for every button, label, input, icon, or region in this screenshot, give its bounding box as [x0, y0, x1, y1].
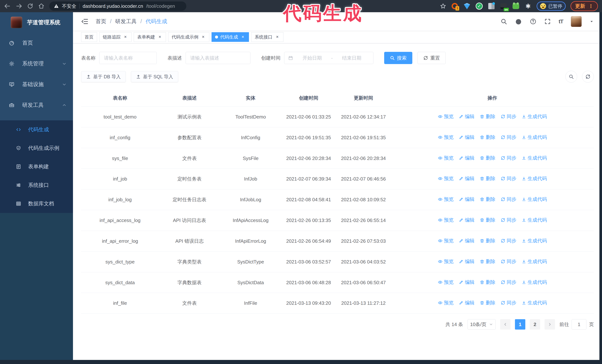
extension-frog-icon[interactable] — [512, 2, 520, 10]
edit-action[interactable]: 编辑 — [459, 154, 474, 162]
generate-code-action[interactable]: 生成代码 — [522, 113, 547, 121]
address-bar[interactable]: 不安全 dashboard.yudao.iocoder.cn/tool/code… — [49, 1, 186, 11]
preview-action[interactable]: 预览 — [438, 154, 454, 162]
close-icon[interactable]: × — [157, 34, 162, 40]
kebab-menu-icon[interactable]: ⋮ — [589, 4, 593, 9]
delete-action[interactable]: 删除 — [480, 216, 495, 224]
close-icon[interactable]: × — [201, 34, 206, 40]
edit-action[interactable]: 编辑 — [459, 258, 474, 266]
delete-action[interactable]: 删除 — [480, 299, 495, 307]
preview-action[interactable]: 预览 — [438, 216, 454, 224]
caret-down-icon[interactable] — [589, 19, 594, 24]
sync-action[interactable]: 同步 — [501, 133, 516, 141]
delete-action[interactable]: 删除 — [480, 195, 495, 203]
forward-icon[interactable] — [16, 3, 22, 10]
toggle-search-button[interactable] — [565, 71, 577, 83]
sync-action[interactable]: 同步 — [501, 195, 516, 203]
page-button-1[interactable]: 1 — [515, 319, 525, 330]
extension-gem-icon[interactable] — [463, 2, 471, 10]
preview-action[interactable]: 预览 — [438, 258, 454, 266]
breadcrumb-item[interactable]: 首页 — [96, 18, 106, 25]
import-sql-button[interactable]: 基于 SQL 导入 — [131, 71, 178, 82]
import-db-button[interactable]: 基于 DB 导入 — [81, 71, 126, 82]
page-size-select[interactable]: 10条/页 — [468, 319, 496, 330]
fullscreen-icon[interactable] — [544, 18, 551, 25]
refresh-table-button[interactable] — [582, 71, 594, 83]
generate-code-action[interactable]: 生成代码 — [522, 175, 547, 183]
generate-code-action[interactable]: 生成代码 — [522, 237, 547, 245]
edit-action[interactable]: 编辑 — [459, 237, 474, 245]
delete-action[interactable]: 删除 — [480, 175, 495, 183]
sidebar-subitem-数据库文档[interactable]: 数据库文档 — [0, 194, 73, 213]
sync-action[interactable]: 同步 — [501, 175, 516, 183]
extension-grid-icon[interactable] — [488, 2, 495, 10]
generate-code-action[interactable]: 生成代码 — [522, 154, 547, 162]
delete-action[interactable]: 删除 — [480, 278, 495, 286]
sync-action[interactable]: 同步 — [501, 299, 516, 307]
generate-code-action[interactable]: 生成代码 — [522, 258, 547, 266]
extensions-puzzle-icon[interactable]: ✱ — [524, 2, 532, 10]
user-avatar[interactable] — [571, 16, 582, 27]
bookmark-star-icon[interactable] — [440, 3, 446, 9]
help-icon[interactable] — [530, 18, 537, 25]
table-name-input[interactable] — [99, 52, 157, 64]
preview-action[interactable]: 预览 — [438, 278, 454, 286]
extension-green-check-icon[interactable]: ✓ — [475, 2, 483, 10]
preview-action[interactable]: 预览 — [438, 299, 454, 307]
sync-action[interactable]: 同步 — [501, 154, 516, 162]
edit-action[interactable]: 编辑 — [459, 175, 474, 183]
generate-code-action[interactable]: 生成代码 — [522, 278, 547, 286]
delete-action[interactable]: 删除 — [480, 113, 495, 121]
preview-action[interactable]: 预览 — [438, 113, 454, 121]
edit-action[interactable]: 编辑 — [459, 113, 474, 121]
reset-button[interactable]: 重置 — [418, 52, 446, 64]
search-icon[interactable] — [501, 18, 507, 25]
generate-code-action[interactable]: 生成代码 — [522, 299, 547, 307]
tag-代码生成示例[interactable]: 代码生成示例× — [168, 32, 209, 42]
reload-icon[interactable] — [27, 3, 33, 9]
edit-action[interactable]: 编辑 — [459, 195, 474, 203]
goto-page-input[interactable] — [572, 319, 586, 330]
search-button[interactable]: 搜索 — [384, 52, 412, 64]
next-page-button[interactable] — [545, 319, 555, 330]
logo-row[interactable]: 芋道管理系统 — [0, 12, 73, 32]
tag-代码生成[interactable]: 代码生成× — [212, 32, 249, 42]
sidebar-item-研发工具[interactable]: 研发工具 — [0, 95, 73, 115]
sidebar-subitem-系统接口[interactable]: 系统接口 — [0, 176, 73, 194]
close-icon[interactable]: × — [240, 34, 246, 40]
extension-on-badge-icon[interactable]: on — [500, 2, 507, 10]
sidebar-item-基础设施[interactable]: 基础设施 — [0, 74, 73, 95]
update-button[interactable]: 更新 ⋮ — [570, 1, 598, 11]
home-icon[interactable] — [38, 3, 44, 9]
date-range-picker[interactable]: 开始日期 - 结束日期 — [284, 52, 373, 64]
delete-action[interactable]: 删除 — [480, 237, 495, 245]
preview-action[interactable]: 预览 — [438, 195, 454, 203]
sidebar-subitem-代码生成[interactable]: 代码生成 — [0, 120, 73, 139]
delete-action[interactable]: 删除 — [480, 258, 495, 266]
sync-action[interactable]: 同步 — [501, 278, 516, 286]
preview-action[interactable]: 预览 — [438, 175, 454, 183]
close-icon[interactable]: × — [275, 34, 280, 40]
sync-action[interactable]: 同步 — [501, 216, 516, 224]
tag-首页[interactable]: 首页 — [81, 32, 97, 42]
back-icon[interactable] — [4, 3, 11, 10]
generate-code-action[interactable]: 生成代码 — [522, 195, 547, 203]
delete-action[interactable]: 删除 — [480, 154, 495, 162]
sync-action[interactable]: 同步 — [501, 113, 516, 121]
delete-action[interactable]: 删除 — [480, 133, 495, 141]
edit-action[interactable]: 编辑 — [459, 216, 474, 224]
breadcrumb-item[interactable]: 研发工具 — [115, 18, 137, 25]
generate-code-action[interactable]: 生成代码 — [522, 216, 547, 224]
extension-orange-icon[interactable]: 1 — [451, 2, 458, 10]
tag-系统接口[interactable]: 系统接口× — [251, 32, 283, 42]
close-icon[interactable]: × — [123, 34, 128, 40]
sidebar-subitem-代码生成示例[interactable]: 代码生成示例 — [0, 139, 73, 157]
github-icon[interactable] — [515, 18, 522, 25]
sync-action[interactable]: 同步 — [501, 258, 516, 266]
edit-action[interactable]: 编辑 — [459, 133, 474, 141]
preview-action[interactable]: 预览 — [438, 133, 454, 141]
generate-code-action[interactable]: 生成代码 — [522, 133, 547, 141]
paused-badge[interactable]: 已暂停 — [537, 1, 566, 11]
preview-action[interactable]: 预览 — [438, 237, 454, 245]
sidebar-item-首页[interactable]: 首页 — [0, 32, 73, 53]
